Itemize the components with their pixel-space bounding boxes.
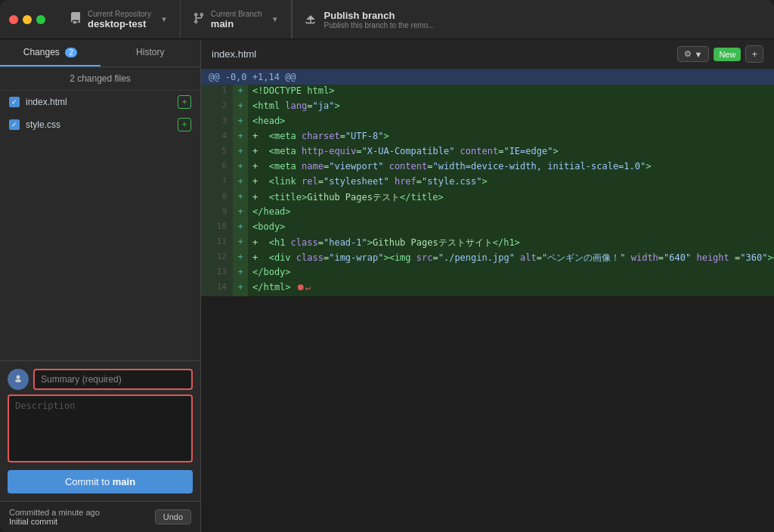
changed-files-header: 2 changed files (0, 67, 200, 91)
commit-area: Commit to main (0, 360, 200, 501)
repo-chevron-icon: ▼ (160, 15, 168, 23)
diff-line-1: 1 + <!DOCTYPE html> (201, 85, 774, 100)
summary-input[interactable] (33, 369, 193, 390)
file-add-icon-style: + (178, 118, 191, 131)
gear-settings-button[interactable]: ⚙ ▼ (677, 46, 710, 62)
branch-subtitle: Current Branch (211, 10, 262, 18)
repo-name: desktop-test (88, 18, 151, 29)
file-name-index: index.html (26, 97, 172, 107)
traffic-lights (9, 15, 45, 24)
diff-line-2: 2 + <html lang="ja"> (201, 100, 774, 115)
add-button[interactable]: + (745, 45, 763, 63)
publish-subtitle: Publish this branch to the remo... (324, 21, 435, 29)
publish-title: Publish branch (324, 10, 435, 21)
diff-line-4: 4 + + <meta charset="UTF-8"> (201, 130, 774, 145)
branch-chevron-icon: ▼ (271, 15, 279, 23)
current-branch-section[interactable]: Current Branch main ▼ (181, 0, 292, 39)
close-button[interactable] (9, 15, 18, 24)
file-item-style-css[interactable]: style.css + (0, 113, 200, 136)
diff-meta-line: @@ -0,0 +1,14 @@ (201, 70, 774, 85)
chevron-down-icon: ▼ (695, 50, 703, 59)
diff-line-9: 9 + </head> (201, 206, 774, 221)
diff-line-12: 12 + + <div class="img-wrap"><img src=".… (201, 251, 774, 266)
minimize-button[interactable] (23, 15, 32, 24)
file-list: index.html + style.css + (0, 91, 200, 360)
last-commit-bar: Committed a minute ago Initial commit Un… (0, 501, 200, 532)
titlebar: Current Repository desktop-test ▼ Curren… (0, 0, 774, 39)
diff-line-7: 7 + + <link rel="stylesheet" href="style… (201, 175, 774, 190)
tab-history[interactable]: History (101, 39, 201, 66)
diff-line-14: 14 + </html> ⏺↵ (201, 281, 774, 296)
sidebar: Changes 2 History 2 changed files index.… (0, 39, 201, 532)
avatar (8, 369, 29, 390)
last-commit-info: Committed a minute ago Initial commit (9, 508, 100, 526)
changes-badge: 2 (65, 48, 77, 57)
file-checkbox-style[interactable] (9, 119, 20, 130)
repo-icon (70, 12, 82, 27)
diff-actions: ⚙ ▼ New + (677, 45, 764, 63)
file-item-index-html[interactable]: index.html + (0, 91, 200, 113)
publish-icon (305, 12, 317, 27)
branch-name: main (211, 18, 262, 29)
diff-line-8: 8 + + <title>Github Pagesテスト</title> (201, 190, 774, 206)
diff-line-13: 13 + </body> (201, 266, 774, 281)
branch-icon (193, 12, 205, 27)
file-checkbox-index[interactable] (9, 97, 20, 107)
undo-button[interactable]: Undo (155, 509, 191, 524)
file-add-icon-index: + (178, 95, 191, 109)
maximize-button[interactable] (36, 15, 45, 24)
diff-line-5: 5 + + <meta http-equiv="X-UA-Compatible"… (201, 145, 774, 160)
sidebar-tabs: Changes 2 History (0, 39, 200, 67)
diff-area: index.html ⚙ ▼ New + @@ -0,0 +1,14 @@ 1 … (201, 39, 774, 532)
main-content: Changes 2 History 2 changed files index.… (0, 39, 774, 532)
publish-branch-section[interactable]: Publish branch Publish this branch to th… (292, 0, 765, 39)
diff-filename: index.html (212, 48, 256, 60)
gear-icon: ⚙ (684, 49, 692, 59)
diff-header: index.html ⚙ ▼ New + (201, 39, 774, 70)
current-repository-section[interactable]: Current Repository desktop-test ▼ (57, 0, 181, 39)
description-input[interactable] (8, 394, 193, 462)
commit-input-row (8, 369, 193, 390)
diff-line-10: 10 + <body> (201, 221, 774, 236)
diff-line-6: 6 + + <meta name="viewport" content="wid… (201, 160, 774, 175)
file-name-style: style.css (26, 119, 172, 130)
repo-subtitle: Current Repository (88, 10, 151, 18)
tab-changes[interactable]: Changes 2 (0, 39, 101, 66)
diff-line-11: 11 + + <h1 class="head-1">Github Pagesテス… (201, 236, 774, 251)
diff-line-3: 3 + <head> (201, 115, 774, 130)
diff-content: @@ -0,0 +1,14 @@ 1 + <!DOCTYPE html> 2 +… (201, 70, 774, 532)
commit-button[interactable]: Commit to main (8, 470, 193, 493)
new-button[interactable]: New (714, 48, 741, 61)
